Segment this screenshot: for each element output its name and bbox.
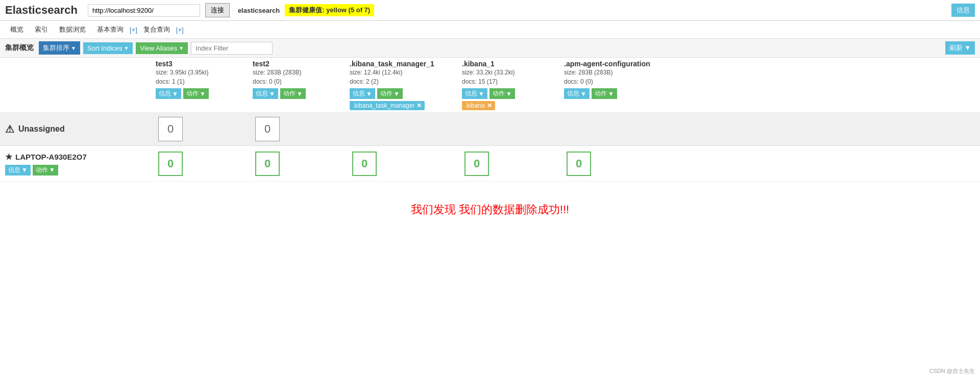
index-meta-kibana1: size: 33.2ki (33.2ki)docs: 15 (17) <box>462 68 559 86</box>
index-col-test3: test3 size: 3.95ki (3.95ki)docs: 1 (1) 信… <box>153 60 250 110</box>
alias-tags-kibana-task: .kibana_task_manager ✕ <box>350 101 457 110</box>
url-input[interactable] <box>88 4 200 17</box>
index-actions-kibana-task: 信息 ▼ 动作 ▼ <box>350 88 457 99</box>
health-badge: 集群健康值: yellow (5 of 7) <box>285 4 374 16</box>
unassigned-shard-col-1: 0 <box>153 117 250 141</box>
tab-complex-query[interactable]: 复合查询 <box>138 23 175 36</box>
node-label-info: ★ LAPTOP-A930E2O7 信息 ▼ 动作 ▼ <box>5 152 153 175</box>
bottom-message: 我们发现 我们的数据删除成功!!! <box>0 182 980 238</box>
index-name-test3: test3 <box>156 60 248 68</box>
node-action-label: 动作 <box>36 166 48 174</box>
caret: ▼ <box>269 90 275 97</box>
unassigned-row: ⚠ Unassigned 0 0 <box>0 113 980 146</box>
index-actions-kibana1: 信息 ▼ 动作 ▼ <box>462 88 559 99</box>
node-name: ★ LAPTOP-A930E2O7 <box>5 152 153 162</box>
node-shard-2: 0 <box>352 152 377 176</box>
tab-index[interactable]: 索引 <box>30 23 53 36</box>
index-action-btn-kibana1[interactable]: 动作 ▼ <box>489 88 515 99</box>
view-aliases-caret: ▼ <box>179 45 184 51</box>
nav-tabs: 概览 索引 数据浏览 基本查询 [+] 复合查询 [+] <box>0 21 980 39</box>
index-name-kibana-task: .kibana_task_manager_1 <box>350 60 457 68</box>
node-label-spacer <box>5 60 153 110</box>
index-actions-apm: 信息 ▼ 动作 ▼ <box>564 88 681 99</box>
tab-data-browse[interactable]: 数据浏览 <box>54 23 91 36</box>
refresh-caret: ▼ <box>964 44 971 52</box>
caret: ▼ <box>506 90 512 97</box>
index-info-btn-kibana1[interactable]: 信息 ▼ <box>462 88 487 99</box>
index-action-btn-apm[interactable]: 动作 ▼ <box>592 88 617 99</box>
alias-name: .kibana <box>465 102 485 109</box>
header: Elasticsearch 连接 elasticsearch 集群健康值: ye… <box>0 0 980 21</box>
index-actions-test3: 信息 ▼ 动作 ▼ <box>156 88 248 99</box>
unassigned-text: Unassigned <box>18 124 65 134</box>
sort-indices-label: Sort Indices <box>87 44 122 52</box>
index-col-test2: test2 size: 283B (283B)docs: 0 (0) 信息 ▼ … <box>250 60 347 110</box>
node-shard-col-2: 0 <box>250 152 347 176</box>
tab-overview[interactable]: 概览 <box>5 23 29 36</box>
caret: ▼ <box>608 90 614 97</box>
node-shard-col-5: 0 <box>561 152 684 176</box>
node-action-caret: ▼ <box>49 166 55 173</box>
node-info-caret: ▼ <box>21 166 28 173</box>
index-action-btn-kibana-task[interactable]: 动作 ▼ <box>377 88 403 99</box>
refresh-button[interactable]: 刷新 ▼ <box>945 41 975 55</box>
index-info-btn-apm[interactable]: 信息 ▼ <box>564 88 590 99</box>
node-action-button[interactable]: 动作 ▼ <box>33 165 58 175</box>
sort-indices-button[interactable]: Sort Indices ▼ <box>83 42 133 54</box>
alias-tag-kibana: .kibana ✕ <box>462 101 495 110</box>
bottom-message-text: 我们发现 我们的数据删除成功!!! <box>411 203 569 216</box>
index-col-apm: .apm-agent-configuration size: 283B (283… <box>561 60 684 110</box>
app-title: Elasticsearch <box>5 4 78 17</box>
cluster-sort-label: 集群排序 <box>43 43 69 53</box>
node-shard-1: 0 <box>255 152 280 176</box>
tab-basic-query[interactable]: 基本查询 <box>92 23 129 36</box>
indices-header: test3 size: 3.95ki (3.95ki)docs: 1 (1) 信… <box>0 58 980 113</box>
index-action-btn-test2[interactable]: 动作 ▼ <box>280 88 306 99</box>
index-action-btn-test3[interactable]: 动作 ▼ <box>183 88 209 99</box>
node-info-label: 信息 <box>8 166 20 174</box>
index-info-btn-kibana-task[interactable]: 信息 ▼ <box>350 88 375 99</box>
caret: ▼ <box>172 90 178 97</box>
toolbar: 集群概览 集群排序 ▼ Sort Indices ▼ View Aliases … <box>0 39 980 58</box>
unassigned-label: ⚠ Unassigned <box>5 123 153 135</box>
tab-complex-add[interactable]: [+] <box>176 26 184 34</box>
view-aliases-button[interactable]: View Aliases ▼ <box>136 42 188 54</box>
unassigned-shard-1: 0 <box>255 117 280 141</box>
index-col-kibana1: .kibana_1 size: 33.2ki (33.2ki)docs: 15 … <box>459 60 561 110</box>
unassigned-shard-col-2: 0 <box>250 117 347 141</box>
toolbar-title: 集群概览 <box>5 43 34 53</box>
node-shard-4: 0 <box>567 152 591 176</box>
index-info-btn-test2[interactable]: 信息 ▼ <box>253 88 278 99</box>
connect-button[interactable]: 连接 <box>205 3 230 17</box>
node-shard-col-1: 0 <box>153 152 250 176</box>
warning-icon: ⚠ <box>5 123 14 135</box>
index-meta-test3: size: 3.95ki (3.95ki)docs: 1 (1) <box>156 68 248 86</box>
cluster-sort-caret: ▼ <box>71 45 76 51</box>
tab-basic-add[interactable]: [+] <box>130 26 137 34</box>
node-buttons: 信息 ▼ 动作 ▼ <box>5 165 153 175</box>
alias-tags-kibana1: .kibana ✕ <box>462 101 559 110</box>
alias-close-btn[interactable]: ✕ <box>487 102 492 109</box>
refresh-label: 刷新 <box>949 44 963 52</box>
node-shard-col-3: 0 <box>347 152 459 176</box>
index-meta-test2: size: 283B (283B)docs: 0 (0) <box>253 68 345 86</box>
index-name-kibana1: .kibana_1 <box>462 60 559 68</box>
cluster-name: elasticsearch <box>238 7 280 14</box>
node-shard-col-4: 0 <box>459 152 561 176</box>
index-meta-apm: size: 283B (283B)docs: 0 (0) <box>564 68 681 86</box>
index-info-btn-test3[interactable]: 信息 ▼ <box>156 88 181 99</box>
unassigned-shard-0: 0 <box>158 117 183 141</box>
node-info-button[interactable]: 信息 ▼ <box>5 165 31 175</box>
alias-close-btn[interactable]: ✕ <box>416 102 422 109</box>
index-actions-test2: 信息 ▼ 动作 ▼ <box>253 88 345 99</box>
info-top-button[interactable]: 信息 <box>951 4 975 17</box>
index-name-test2: test2 <box>253 60 345 68</box>
alias-tag-kibana-task-manager: .kibana_task_manager ✕ <box>350 101 425 110</box>
node-name-text: LAPTOP-A930E2O7 <box>15 153 87 161</box>
index-name-apm: .apm-agent-configuration <box>564 60 681 68</box>
node-row: ★ LAPTOP-A930E2O7 信息 ▼ 动作 ▼ 0 0 0 0 0 <box>0 146 980 182</box>
index-filter-input[interactable] <box>191 42 273 55</box>
cluster-sort-button[interactable]: 集群排序 ▼ <box>39 41 80 55</box>
index-meta-kibana-task: size: 12.4ki (12.4ki)docs: 2 (2) <box>350 68 457 86</box>
caret: ▼ <box>580 90 586 97</box>
